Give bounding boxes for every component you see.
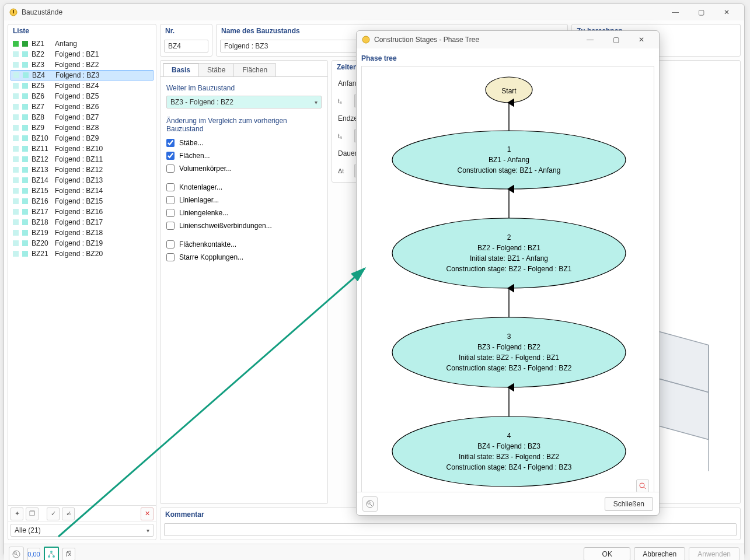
list-item-desc: Folgend : BZ2 bbox=[55, 61, 99, 69]
list-item[interactable]: BZ17 Folgend : BZ16 bbox=[11, 206, 154, 217]
list-item[interactable]: BZ1 Anfang bbox=[11, 38, 154, 49]
list-item[interactable]: BZ2 Folgend : BZ1 bbox=[11, 49, 154, 60]
nr-panel: Nr. BZ4 bbox=[160, 24, 212, 57]
list-item-id: BZ3 bbox=[32, 61, 51, 69]
color-swatch-icon bbox=[22, 51, 28, 57]
list-item[interactable]: BZ6 Folgend : BZ5 bbox=[11, 91, 154, 102]
list-item-desc: Folgend : BZ11 bbox=[55, 155, 103, 163]
list-item[interactable]: BZ5 Folgend : BZ4 bbox=[11, 80, 154, 91]
cb-gelenke[interactable] bbox=[166, 209, 175, 217]
list-item[interactable]: BZ12 Folgend : BZ11 bbox=[11, 154, 154, 164]
phase-help-button[interactable] bbox=[362, 496, 378, 512]
svg-text:Construction stage: BZ3 - Folg: Construction stage: BZ3 - Folgend : BZ2 bbox=[446, 364, 572, 372]
new-item-button[interactable]: ✦ bbox=[11, 508, 23, 520]
list-item[interactable]: BZ16 Folgend : BZ15 bbox=[11, 196, 154, 206]
color-swatch-icon bbox=[23, 72, 29, 78]
cb-flaechen[interactable] bbox=[166, 152, 175, 160]
bottom-bar: 0,00 fx̃ OK Abbrechen Anwenden bbox=[4, 544, 744, 560]
list-item-id: BZ15 bbox=[32, 187, 51, 195]
list-item[interactable]: BZ18 Folgend : BZ17 bbox=[11, 217, 154, 228]
cb-kontakte[interactable] bbox=[166, 240, 175, 249]
list-item[interactable]: BZ9 Folgend : BZ8 bbox=[11, 123, 154, 133]
svg-line-14 bbox=[49, 553, 51, 555]
color-swatch-icon bbox=[22, 188, 28, 194]
bz-list[interactable]: BZ1 Anfang BZ2 Folgend : BZ1 BZ3 Folgend… bbox=[8, 38, 156, 505]
tab-basis[interactable]: Basis bbox=[163, 63, 199, 76]
list-item-id: BZ5 bbox=[32, 82, 51, 90]
color-swatch-icon bbox=[13, 230, 19, 236]
nr-input[interactable]: BZ4 bbox=[164, 40, 208, 52]
color-swatch-icon bbox=[13, 62, 19, 68]
phase-tree-button[interactable] bbox=[44, 547, 59, 561]
close-button[interactable]: ✕ bbox=[714, 4, 739, 20]
svg-rect-1 bbox=[13, 10, 14, 13]
list-item[interactable]: BZ15 Folgend : BZ14 bbox=[11, 186, 154, 196]
kommentar-input[interactable] bbox=[164, 523, 737, 536]
list-item-desc: Folgend : BZ19 bbox=[55, 239, 103, 247]
weiter-select[interactable]: BZ3 - Folgend : BZ2 ▾ bbox=[166, 96, 322, 108]
list-item[interactable]: BZ14 Folgend : BZ13 bbox=[11, 175, 154, 186]
check-on-button[interactable]: ✓ bbox=[47, 508, 60, 520]
cancel-button[interactable]: Abbrechen bbox=[634, 547, 685, 561]
phase-maximize-button[interactable]: ▢ bbox=[603, 32, 629, 48]
svg-text:Initial state: BZ3 - Folgend :: Initial state: BZ3 - Folgend : BZ2 bbox=[459, 453, 559, 461]
list-item-desc: Folgend : BZ10 bbox=[55, 145, 103, 153]
list-item-id: BZ9 bbox=[32, 124, 51, 132]
list-item[interactable]: BZ20 Folgend : BZ19 bbox=[11, 238, 154, 249]
check-off-button[interactable]: ✓̶ bbox=[62, 508, 75, 520]
tab-staebe[interactable]: Stäbe bbox=[198, 63, 234, 76]
list-item[interactable]: BZ10 Folgend : BZ9 bbox=[11, 133, 154, 144]
phase-close-button[interactable]: ✕ bbox=[629, 32, 654, 48]
minimize-button[interactable]: — bbox=[662, 4, 688, 20]
help-button[interactable] bbox=[9, 547, 24, 561]
color-swatch-icon bbox=[13, 72, 19, 78]
list-item[interactable]: BZ21 Folgend : BZ20 bbox=[11, 249, 154, 259]
maximize-button[interactable]: ▢ bbox=[688, 4, 714, 20]
zoom-reset-button[interactable] bbox=[636, 480, 649, 492]
color-swatch-icon bbox=[13, 146, 19, 152]
color-swatch-icon bbox=[13, 83, 19, 89]
svg-point-45 bbox=[368, 501, 370, 503]
formula-button[interactable]: fx̃ bbox=[62, 548, 75, 561]
list-item[interactable]: BZ19 Folgend : BZ18 bbox=[11, 228, 154, 238]
ok-button[interactable]: OK bbox=[584, 547, 630, 561]
cb-kopplungen[interactable] bbox=[166, 253, 175, 261]
list-item-desc: Folgend : BZ9 bbox=[55, 134, 99, 142]
list-item-id: BZ13 bbox=[32, 166, 51, 174]
color-swatch-icon bbox=[13, 41, 19, 47]
cb-schweiss[interactable] bbox=[166, 222, 175, 230]
list-item[interactable]: BZ8 Folgend : BZ7 bbox=[11, 112, 154, 123]
svg-text:2: 2 bbox=[507, 233, 511, 242]
aenderung-heading: Änderung im Vergleich zum vorherigen Bau… bbox=[166, 117, 322, 133]
list-item-id: BZ19 bbox=[32, 229, 51, 237]
color-swatch-icon bbox=[13, 167, 19, 173]
color-swatch-icon bbox=[13, 188, 19, 194]
filter-select[interactable]: Alle (21) ▾ bbox=[11, 524, 154, 537]
copy-item-button[interactable]: ❐ bbox=[26, 508, 39, 520]
list-item-id: BZ14 bbox=[32, 176, 51, 184]
phase-minimize-button[interactable]: — bbox=[577, 32, 603, 48]
list-item[interactable]: BZ7 Folgend : BZ6 bbox=[11, 102, 154, 112]
color-swatch-icon bbox=[13, 198, 19, 204]
list-item[interactable]: BZ11 Folgend : BZ10 bbox=[11, 144, 154, 154]
phase-close-btn[interactable]: Schließen bbox=[605, 497, 653, 511]
list-item[interactable]: BZ4 Folgend : BZ3 bbox=[11, 70, 154, 80]
list-item-id: BZ17 bbox=[32, 208, 51, 216]
tab-flaechen[interactable]: Flächen bbox=[233, 63, 276, 76]
svg-point-13 bbox=[53, 555, 55, 558]
list-item[interactable]: BZ13 Folgend : BZ12 bbox=[11, 164, 154, 175]
cb-volumen[interactable] bbox=[166, 164, 175, 173]
delete-item-button[interactable]: ✕ bbox=[141, 508, 154, 520]
cb-staebe[interactable] bbox=[166, 139, 175, 147]
chevron-down-icon: ▾ bbox=[315, 99, 318, 106]
list-item-id: BZ4 bbox=[32, 71, 52, 79]
cb-knoten[interactable] bbox=[166, 183, 175, 191]
svg-text:Initial state: BZ2 - Folgend :: Initial state: BZ2 - Folgend : BZ1 bbox=[459, 354, 559, 362]
units-button[interactable]: 0,00 bbox=[27, 548, 40, 561]
phase-canvas[interactable]: Start1BZ1 - AnfangConstruction stage: BZ… bbox=[361, 66, 654, 492]
list-item-desc: Folgend : BZ20 bbox=[55, 250, 103, 258]
list-item-id: BZ7 bbox=[32, 103, 51, 111]
apply-button[interactable]: Anwenden bbox=[689, 547, 739, 561]
list-item[interactable]: BZ3 Folgend : BZ2 bbox=[11, 60, 154, 70]
cb-linien[interactable] bbox=[166, 196, 175, 204]
